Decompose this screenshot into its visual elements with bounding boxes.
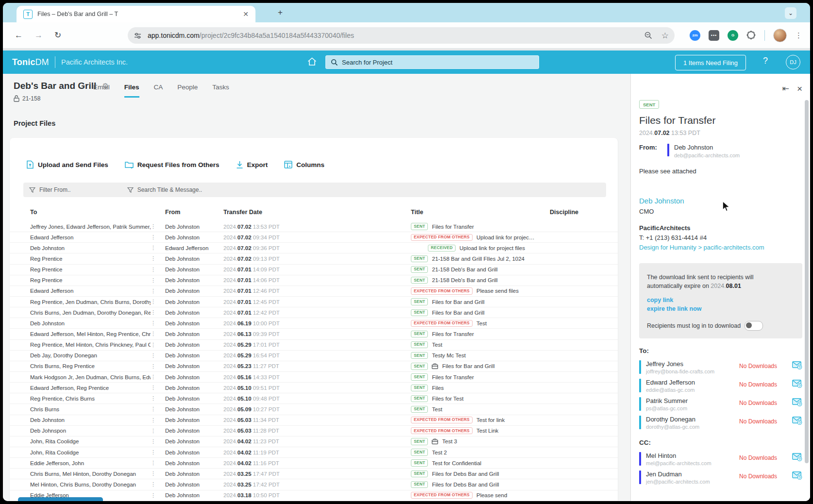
resend-email-icon[interactable]	[792, 398, 802, 406]
row-menu-icon[interactable]: ⋮	[151, 492, 165, 499]
recipient-name[interactable]: Patrik Summer	[646, 397, 739, 404]
row-menu-icon[interactable]: ⋮	[151, 449, 165, 455]
table-row[interactable]: Reg Prentice, Mel Hinton, Chris Pinckney…	[10, 340, 618, 351]
table-row[interactable]: Chris Burns, Mel Hinton, Dorothy Donegan…	[10, 469, 618, 479]
table-row[interactable]: Jeffrey Jones, Edward Jefferson, Patrik …	[10, 221, 618, 232]
row-menu-icon[interactable]: ⋮	[151, 223, 165, 230]
page-scrollbar-thumb[interactable]	[805, 100, 809, 463]
row-menu-icon[interactable]: ⋮	[151, 417, 165, 423]
recipient-name[interactable]: Mel Hinton	[646, 452, 739, 459]
columns-button[interactable]: Columns	[284, 161, 324, 168]
row-menu-icon[interactable]: ⋮	[151, 245, 165, 251]
filter-from-input[interactable]: Filter From..	[29, 186, 71, 193]
copy-link[interactable]: copy link	[647, 297, 795, 303]
row-menu-icon[interactable]: ⋮	[151, 470, 165, 477]
table-row[interactable]: John, Rita Coolidge⋮Deb Johnston2024.04.…	[10, 437, 618, 447]
browser-menu-icon[interactable]: ⋮	[795, 31, 802, 40]
row-menu-icon[interactable]: ⋮	[151, 481, 165, 487]
row-menu-icon[interactable]: ⋮	[151, 460, 165, 466]
row-menu-icon[interactable]: ⋮	[151, 309, 165, 316]
browser-profile-avatar[interactable]	[773, 29, 787, 42]
row-menu-icon[interactable]: ⋮	[151, 374, 165, 380]
table-row[interactable]: Chris Burns, Reg Prentice⋮Deb Johnston20…	[10, 361, 618, 372]
login-required-toggle[interactable]	[745, 321, 763, 331]
row-menu-icon[interactable]: ⋮	[151, 395, 165, 402]
table-row[interactable]: Reg Prentice, Jen Dudman, Chris Burns, D…	[10, 297, 618, 307]
user-avatar[interactable]: DJ	[786, 55, 800, 69]
site-info-icon[interactable]	[134, 32, 142, 40]
col-header-title[interactable]: Title	[403, 209, 550, 216]
recipient-name[interactable]: Edward Jefferson	[646, 379, 739, 386]
col-header-to[interactable]: To	[30, 209, 151, 216]
reload-button[interactable]: ↻	[54, 30, 61, 40]
table-row[interactable]: Chris Burns⋮Deb Johnston2024.05.09 10:27…	[10, 404, 618, 415]
table-row[interactable]: Deb Johnston⋮Deb Johnston2024.06.19 10:0…	[10, 318, 618, 329]
row-menu-icon[interactable]: ⋮	[151, 342, 165, 348]
extensions-puzzle-icon[interactable]	[746, 31, 756, 40]
export-button[interactable]: Export	[236, 161, 268, 169]
table-row[interactable]: Edward Jefferson⋮Deb Johnston2024.07.01 …	[10, 286, 618, 297]
expire-link-now[interactable]: expire the link now	[647, 305, 795, 312]
grammarly-extension-icon[interactable]: G	[728, 30, 738, 41]
resend-email-icon[interactable]	[792, 453, 802, 461]
items-need-filing-button[interactable]: 1 Items Need Filing	[675, 55, 746, 70]
row-menu-icon[interactable]: ⋮	[151, 288, 165, 294]
table-row[interactable]: John, Rita Coolidge⋮Deb Johnston2024.04.…	[10, 447, 618, 458]
row-menu-icon[interactable]: ⋮	[151, 234, 165, 240]
search-title-message-input[interactable]: Search Title & Message..	[127, 186, 202, 193]
tab-search-chevron-icon[interactable]: ⌄	[785, 7, 796, 19]
table-row[interactable]: Edward Jefferson, Reg Prentice⋮Deb Johns…	[10, 383, 618, 393]
more-extension-icon[interactable]: •••	[709, 30, 719, 41]
resend-email-icon[interactable]	[792, 361, 802, 370]
table-row[interactable]: Deb Johnston⋮Deb Johnston2024.05.03 11:3…	[10, 415, 618, 426]
table-row[interactable]: Mark Hodgson Jr, Jen Dudman, Chris Burns…	[10, 372, 618, 383]
row-menu-icon[interactable]: ⋮	[151, 406, 165, 412]
row-menu-icon[interactable]: ⋮	[151, 320, 165, 326]
sender-name[interactable]: Deb Johnston	[674, 144, 740, 151]
row-menu-icon[interactable]: ⋮	[151, 255, 165, 262]
recipient-name[interactable]: Jeffrey Jones	[646, 360, 739, 368]
row-menu-icon[interactable]: ⋮	[151, 353, 165, 359]
col-header-date[interactable]: Transfer Date	[223, 209, 403, 216]
table-row[interactable]: Reg Prentice⋮Deb Johnston2024.07.01 14:0…	[10, 265, 618, 275]
table-row[interactable]: Edward Jefferson, Mel Hinton, Reg Prenti…	[10, 329, 618, 339]
close-panel-icon[interactable]: ×	[797, 84, 802, 94]
bookmark-star-icon[interactable]: ☆	[661, 31, 669, 41]
signature-website-link[interactable]: Design for Humanity > pacific-architects…	[639, 244, 802, 251]
request-files-button[interactable]: Request Files from Others	[125, 161, 220, 168]
row-menu-icon[interactable]: ⋮	[151, 267, 165, 273]
zoom-level-icon[interactable]	[644, 31, 653, 40]
col-header-from[interactable]: From	[165, 209, 223, 216]
table-row[interactable]: Edward Jefferson⋮Deb Johnston2024.07.02 …	[10, 232, 618, 243]
table-row[interactable]: Deb Johnston⋮Edward Jefferson2024.07.02 …	[10, 243, 618, 253]
table-row[interactable]: Deb Johnspon⋮Deb Johnston2024.05.03 11:2…	[10, 426, 618, 437]
table-row[interactable]: Deb Jay, Dorothy Donegan⋮Deb Johnston202…	[10, 351, 618, 361]
tab-tasks[interactable]: Tasks	[212, 84, 229, 98]
forward-button[interactable]: →	[34, 31, 43, 40]
table-row[interactable]: Eddie Jefferson, John⋮Deb Johnston2024.0…	[10, 458, 618, 469]
table-row[interactable]: Chris Burns, Jen Dudman, Dorothy Donegan…	[10, 307, 618, 318]
col-header-discipline[interactable]: Discipline	[550, 209, 618, 216]
row-menu-icon[interactable]: ⋮	[151, 428, 165, 434]
recipient-name[interactable]: Dorothy Donegan	[646, 416, 739, 423]
row-menu-icon[interactable]: ⋮	[151, 277, 165, 284]
row-menu-icon[interactable]: ⋮	[151, 363, 165, 370]
resend-email-icon[interactable]	[792, 380, 802, 388]
table-row[interactable]: Reg Prentice⋮Deb Johnston2024.07.01 14:0…	[10, 275, 618, 286]
upload-and-send-files-button[interactable]: Upload and Send Files	[26, 160, 108, 169]
address-bar[interactable]: app.tonicdm.com/project/2c9fc34b84a5a154…	[128, 27, 675, 44]
project-search-input[interactable]: Search for Project	[325, 55, 539, 69]
recipient-name[interactable]: Jen Dudman	[646, 470, 739, 478]
table-row[interactable]: Reg Prentice, Chris Burns⋮Deb Johnston20…	[10, 393, 618, 404]
row-menu-icon[interactable]: ⋮	[151, 331, 165, 337]
tab-ca[interactable]: CA	[154, 84, 163, 98]
home-icon[interactable]	[307, 57, 317, 67]
resend-email-icon[interactable]	[792, 471, 802, 480]
help-icon[interactable]: ?	[763, 56, 768, 66]
row-menu-icon[interactable]: ⋮	[151, 385, 165, 391]
tab-close-icon[interactable]: ✕	[241, 10, 251, 18]
row-menu-icon[interactable]: ⋮	[151, 299, 165, 305]
zoom-extension-icon[interactable]: zm	[690, 30, 700, 41]
resend-email-icon[interactable]	[792, 417, 802, 425]
table-row[interactable]: Reg Prentice⋮Deb Johnston2024.07.02 09:1…	[10, 253, 618, 264]
